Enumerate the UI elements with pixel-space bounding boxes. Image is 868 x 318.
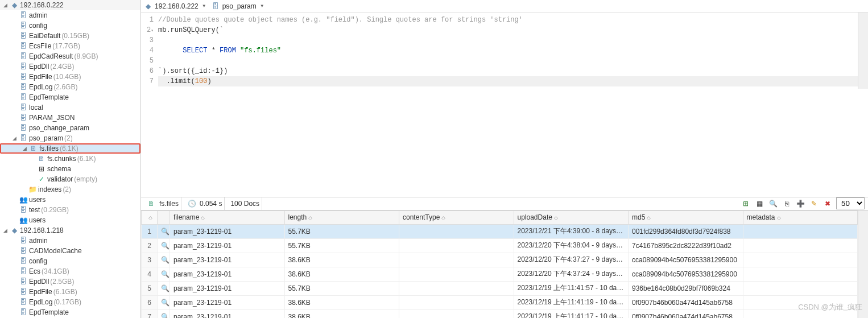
table-row[interactable]: 5 🔍 param_23-1219-01 55.7KB 2023/12/19 上… [142, 281, 858, 295]
cell-md5[interactable]: cca089094b4c5076953381295900 [629, 267, 743, 281]
cell-length[interactable]: 55.7KB [284, 224, 399, 238]
cell-md5[interactable]: 7c4167b895c2dc8222d39f10ad2 [629, 238, 743, 253]
editor-scrollbar[interactable] [858, 13, 868, 89]
cell-filename[interactable]: param_23-1219-01 [170, 253, 285, 267]
chevron-icon[interactable] [11, 74, 18, 80]
editor-code[interactable]: //Double quotes quote object names (e.g.… [158, 13, 858, 89]
tree-item-config[interactable]: 🗄 config [0, 256, 140, 266]
row-doc-button[interactable]: 🔍 [158, 224, 170, 238]
chevron-icon[interactable] [11, 258, 18, 265]
row-doc-button[interactable]: 🔍 [158, 253, 170, 267]
col-uploadDate[interactable]: uploadDate◇ [514, 210, 629, 224]
chevron-icon[interactable] [11, 248, 18, 254]
row-doc-button[interactable]: 🔍 [158, 238, 170, 253]
cell-md5[interactable]: cca089094b4c5076953381295900 [629, 253, 743, 267]
col-filename[interactable]: filename◇ [170, 210, 285, 224]
table-row[interactable]: 3 🔍 param_23-1219-01 38.6KB 2023/12/20 下… [142, 253, 858, 267]
chevron-icon[interactable] [20, 187, 27, 193]
cell-contentType[interactable] [399, 238, 514, 253]
cell-length[interactable]: 55.7KB [284, 281, 399, 295]
tree-item-local[interactable]: 🗄 local [0, 102, 140, 113]
tree-item-validator[interactable]: ✓ validator (empty) [0, 174, 140, 184]
tree-item-config[interactable]: 🗄 config [0, 20, 140, 31]
row-doc-button[interactable]: 🔍 [158, 281, 170, 295]
cell-md5[interactable]: 0f0907b46b060a474d145ab6758 [629, 309, 743, 318]
edit-document-button[interactable]: ✎ [809, 199, 819, 209]
chevron-icon[interactable] [11, 197, 18, 203]
tree-item-indexes[interactable]: 📁 indexes (2) [0, 184, 140, 195]
table-row[interactable]: 2 🔍 param_23-1219-01 55.7KB 2023/12/20 下… [142, 238, 858, 253]
collection-name-item[interactable]: 🗎 fs.files [144, 197, 181, 210]
cell-length[interactable]: 38.6KB [284, 295, 399, 309]
chevron-icon[interactable] [11, 115, 18, 121]
tree-item-EpdFile[interactable]: 🗄 EpdFile (10.4GB) [0, 72, 140, 82]
cell-length[interactable]: 38.6KB [284, 309, 399, 318]
connection-tree[interactable]: ◢ ◆ 192.168.0.222 🗄 admin 🗄 config 🗄 Eai… [0, 0, 141, 318]
cell-contentType[interactable] [399, 267, 514, 281]
cell-metadata[interactable] [743, 267, 858, 281]
chevron-icon[interactable] [11, 238, 18, 244]
cell-filename[interactable]: param_23-1219-01 [170, 309, 285, 318]
col-metadata[interactable]: metadata◇ [743, 210, 858, 224]
table-row[interactable]: 7 🔍 param_23-1219-01 38.6KB 2023/12/19 上… [142, 309, 858, 318]
row-doc-button[interactable]: 🔍 [158, 295, 170, 309]
cell-uploadDate[interactable]: 2023/12/21 下午4:39:00 - 8 days ago [514, 224, 629, 238]
tree-item-EpdFile[interactable]: 🗄 EpdFile (6.1GB) [0, 287, 140, 297]
chevron-icon[interactable] [11, 217, 18, 224]
chevron-icon[interactable] [30, 166, 36, 172]
tree-item-test[interactable]: 🗄 test (0.29GB) [0, 205, 140, 215]
chevron-down-icon[interactable]: ▼ [200, 3, 209, 9]
cell-uploadDate[interactable]: 2023/12/20 下午4:38:04 - 9 days ago [514, 238, 629, 253]
chevron-icon[interactable] [11, 105, 18, 111]
cell-filename[interactable]: param_23-1219-01 [170, 295, 285, 309]
chevron-icon[interactable] [11, 23, 18, 29]
cell-metadata[interactable] [743, 224, 858, 238]
cell-filename[interactable]: param_23-1219-01 [170, 267, 285, 281]
chevron-icon[interactable] [11, 207, 18, 213]
tree-item-fs-chunks[interactable]: 🗎 fs.chunks (6.1K) [0, 154, 140, 164]
tree-item-admin[interactable]: 🗄 admin [0, 10, 140, 20]
cell-length[interactable]: 55.7KB [284, 238, 399, 253]
find-button[interactable]: 🔍 [768, 199, 778, 209]
col-contentType[interactable]: contentType◇ [399, 210, 514, 224]
table-row[interactable]: 4 🔍 param_23-1219-01 38.6KB 2023/12/20 下… [142, 267, 858, 281]
cell-metadata[interactable] [743, 295, 858, 309]
tree-item-EpdLog[interactable]: 🗄 EpdLog (2.6GB) [0, 82, 140, 92]
delete-document-button[interactable]: ✖ [822, 199, 833, 209]
cell-length[interactable]: 38.6KB [284, 253, 399, 267]
cell-contentType[interactable] [399, 253, 514, 267]
table-row[interactable]: 1 🔍 param_23-1219-01 55.7KB 2023/12/21 下… [142, 224, 858, 238]
results-grid[interactable]: ◇filename◇length◇contentType◇uploadDate◇… [141, 210, 858, 319]
tree-item-CADModelCache[interactable]: 🗄 CADModelCache [0, 246, 140, 256]
cell-filename[interactable]: param_23-1219-01 [170, 224, 285, 238]
breadcrumb-server[interactable]: ◆ 192.168.0.222 ▼ [143, 2, 209, 11]
page-size-select[interactable]: 50 [836, 197, 865, 209]
chevron-icon[interactable] [11, 33, 18, 39]
tree-item-schema[interactable]: ⊞ schema [0, 164, 140, 174]
cell-contentType[interactable] [399, 309, 514, 318]
chevron-icon[interactable]: ◢ [2, 2, 9, 9]
breadcrumb-db[interactable]: 🗄 pso_param ▼ [211, 2, 267, 11]
tree-item-Ecs[interactable]: 🗄 Ecs (34.1GB) [0, 266, 140, 276]
cell-uploadDate[interactable]: 2023/12/19 上午11:41:17 - 10 days ago [514, 309, 629, 318]
tree-item-admin[interactable]: 🗄 admin [0, 236, 140, 246]
chevron-icon[interactable] [11, 13, 18, 19]
chevron-icon[interactable] [11, 84, 18, 90]
cell-contentType[interactable] [399, 295, 514, 309]
cell-filename[interactable]: param_23-1219-01 [170, 238, 285, 253]
tree-item-fs-files[interactable]: ◢ 🗎 fs.files (6.1K) [0, 143, 140, 154]
tree-item-EpdCadResult[interactable]: 🗄 EpdCadResult (8.9GB) [0, 51, 140, 61]
cell-contentType[interactable] [399, 224, 514, 238]
cell-metadata[interactable] [743, 309, 858, 318]
cell-uploadDate[interactable]: 2023/12/20 下午4:37:27 - 9 days ago [514, 253, 629, 267]
cell-contentType[interactable] [399, 281, 514, 295]
chevron-icon[interactable]: ◢ [11, 135, 18, 142]
copy-button[interactable]: ⎘ [782, 199, 792, 209]
tree-item-pso_change_param[interactable]: 🗄 pso_change_param [0, 123, 140, 133]
cell-md5[interactable]: 936be164c08b0d29bf7f069b324 [629, 281, 743, 295]
chevron-down-icon[interactable]: ▼ [258, 3, 267, 9]
add-document-button[interactable]: ➕ [795, 199, 805, 209]
export-excel-button[interactable]: ⊞ [741, 199, 751, 209]
chevron-icon[interactable] [11, 64, 18, 70]
tree-item-PARAM_JSON[interactable]: 🗄 PARAM_JSON [0, 113, 140, 123]
